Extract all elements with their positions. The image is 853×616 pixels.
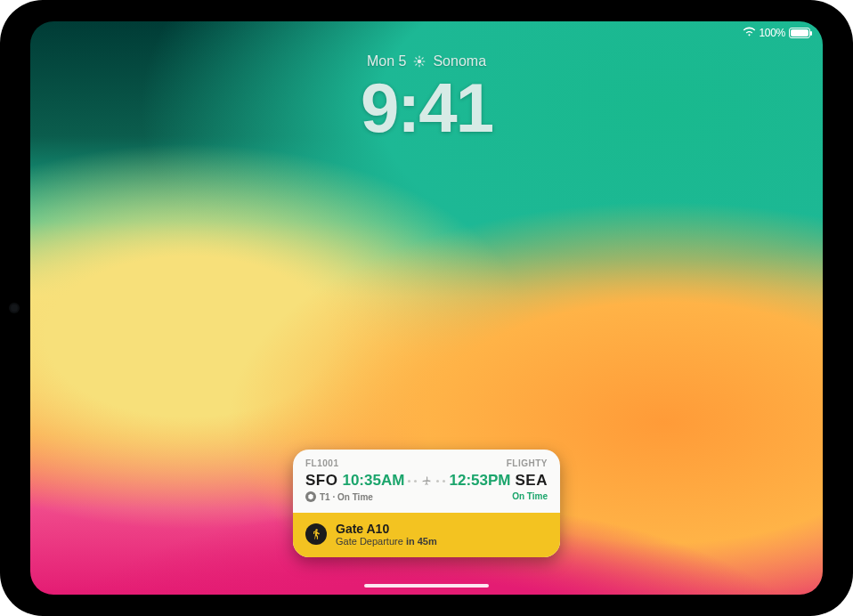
airplane-icon [420,474,433,487]
gate-sub-prefix: Gate Departure [336,536,406,547]
destination-status: On Time [512,491,548,502]
lock-screen[interactable]: 100% Mon 5 Sonoma 9:41 [30,21,823,595]
origin-status: T1 · On Time [320,492,373,502]
wifi-icon [743,27,756,39]
arrival-time: 12:53PM [450,472,511,490]
svg-line-7 [416,64,417,65]
home-indicator[interactable] [364,584,489,588]
svg-point-9 [315,529,317,531]
svg-line-8 [422,58,423,59]
walking-person-icon [305,523,327,545]
flight-widget-top: FL1001 FLIGHTY SFO 10:35AM [293,450,560,513]
departure-time: 10:35AM [342,472,404,490]
lockscreen-time[interactable]: 9:41 [30,68,823,149]
status-bar: 100% [743,27,811,39]
battery-icon [789,28,810,38]
gate-timer: in 45m [406,536,437,547]
flight-path-icon [408,474,445,487]
gate-subtitle: Gate Departure in 45m [336,536,437,547]
gate-banner: Gate A10 Gate Departure in 45m [293,513,560,557]
battery-percent: 100% [760,27,786,39]
gate-title: Gate A10 [336,522,437,536]
flight-number: FL1001 [305,458,338,468]
origin-airport: SFO [305,472,337,490]
ipad-device-frame: 100% Mon 5 Sonoma 9:41 [0,0,853,616]
destination-airport: SEA [516,472,548,490]
terminal-badge-icon [305,491,316,502]
sun-icon [413,55,426,68]
flight-live-activity[interactable]: FL1001 FLIGHTY SFO 10:35AM [293,450,560,557]
svg-line-6 [422,64,423,65]
front-camera [11,304,18,312]
svg-line-5 [416,58,417,59]
app-name-label: FLIGHTY [507,458,548,468]
svg-point-0 [418,60,422,64]
